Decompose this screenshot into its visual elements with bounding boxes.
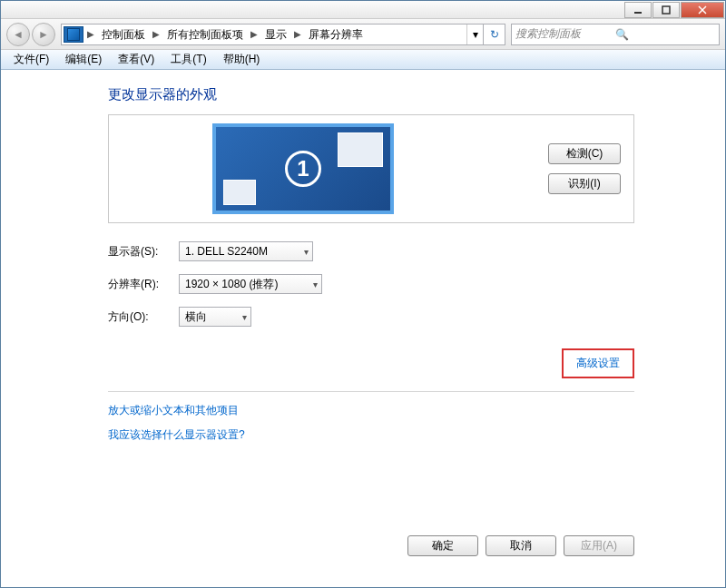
nav-arrows: ◄ ►: [6, 23, 55, 46]
search-input[interactable]: 搜索控制面板 🔍: [511, 24, 720, 45]
crumb-display[interactable]: 显示: [260, 24, 292, 44]
monitor-preview-area: 1 检测(C) 识别(I): [108, 114, 634, 223]
dropdown-resolution[interactable]: 1920 × 1080 (推荐): [179, 274, 322, 294]
divider: [108, 391, 634, 392]
advanced-row: 高级设置: [108, 348, 634, 378]
forward-button[interactable]: ►: [32, 23, 55, 46]
menu-help[interactable]: 帮助(H): [216, 50, 268, 69]
label-display: 显示器(S):: [108, 244, 179, 260]
menu-tools[interactable]: 工具(T): [163, 50, 213, 69]
chevron-right-icon: ▶: [292, 29, 303, 39]
help-links: 放大或缩小文本和其他项目 我应该选择什么显示器设置?: [108, 403, 634, 443]
advanced-highlight: 高级设置: [562, 348, 634, 378]
menubar: 文件(F) 编辑(E) 查看(V) 工具(T) 帮助(H): [1, 50, 725, 70]
preview-buttons: 检测(C) 识别(I): [548, 143, 621, 194]
close-button[interactable]: [681, 2, 724, 18]
chevron-right-icon: ▶: [249, 29, 260, 39]
row-orientation: 方向(O): 横向: [108, 307, 634, 327]
svg-rect-0: [634, 12, 642, 14]
ok-button[interactable]: 确定: [407, 535, 478, 556]
location-icon: [64, 26, 83, 43]
crumb-all-items[interactable]: 所有控制面板项: [162, 24, 249, 44]
maximize-button[interactable]: [652, 2, 680, 18]
chevron-right-icon: ▶: [151, 29, 162, 39]
svg-rect-1: [662, 6, 670, 14]
search-icon[interactable]: 🔍: [615, 28, 715, 41]
detect-button[interactable]: 检测(C): [548, 143, 621, 164]
menu-edit[interactable]: 编辑(E): [58, 50, 109, 69]
mini-window-icon: [338, 132, 383, 167]
crumb-resolution[interactable]: 屏幕分辨率: [303, 24, 368, 44]
page-title: 更改显示器的外观: [108, 86, 634, 103]
content-area: 更改显示器的外观 1 检测(C) 识别(I) 显示器(S): 1. DELL S…: [1, 70, 725, 587]
dropdown-display[interactable]: 1. DELL S2240M: [179, 241, 313, 261]
navbar: ◄ ► ▶ 控制面板 ▶ 所有控制面板项 ▶ 显示 ▶ 屏幕分辨率 ▾ ↻ 搜索…: [1, 19, 725, 50]
dropdown-orientation[interactable]: 横向: [179, 307, 251, 327]
refresh-button[interactable]: ↻: [483, 24, 505, 44]
row-display: 显示器(S): 1. DELL S2240M: [108, 241, 634, 261]
monitor-preview[interactable]: 1: [212, 123, 394, 214]
link-text-size[interactable]: 放大或缩小文本和其他项目: [108, 403, 634, 418]
apply-button[interactable]: 应用(A): [564, 535, 634, 556]
address-dropdown[interactable]: ▾: [466, 24, 483, 44]
search-placeholder: 搜索控制面板: [515, 26, 615, 42]
back-button[interactable]: ◄: [6, 23, 30, 46]
menu-view[interactable]: 查看(V): [111, 50, 162, 69]
label-resolution: 分辨率(R):: [108, 277, 179, 292]
identify-button[interactable]: 识别(I): [548, 173, 621, 194]
window-frame: ◄ ► ▶ 控制面板 ▶ 所有控制面板项 ▶ 显示 ▶ 屏幕分辨率 ▾ ↻ 搜索…: [0, 0, 726, 588]
row-resolution: 分辨率(R): 1920 × 1080 (推荐): [108, 274, 634, 294]
address-bar[interactable]: ▶ 控制面板 ▶ 所有控制面板项 ▶ 显示 ▶ 屏幕分辨率 ▾ ↻: [61, 24, 505, 45]
breadcrumb: ▶ 控制面板 ▶ 所有控制面板项 ▶ 显示 ▶ 屏幕分辨率: [85, 24, 368, 44]
monitor-number: 1: [285, 151, 321, 187]
footer-buttons: 确定 取消 应用(A): [108, 526, 634, 578]
mini-window-icon: [223, 180, 256, 205]
link-which-settings[interactable]: 我应该选择什么显示器设置?: [108, 427, 634, 443]
label-orientation: 方向(O):: [108, 309, 179, 325]
menu-file[interactable]: 文件(F): [6, 50, 56, 69]
advanced-settings-link[interactable]: 高级设置: [576, 357, 620, 369]
cancel-button[interactable]: 取消: [486, 535, 556, 556]
minimize-button[interactable]: [624, 2, 652, 18]
crumb-control-panel[interactable]: 控制面板: [96, 24, 151, 44]
titlebar: [1, 1, 725, 19]
chevron-right-icon: ▶: [85, 29, 96, 39]
